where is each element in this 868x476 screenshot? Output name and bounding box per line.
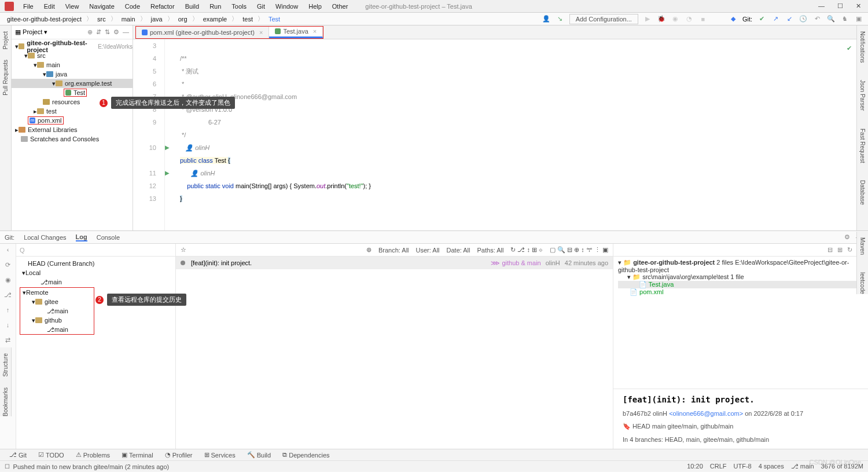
git-update-icon[interactable]: ↙ [785,15,794,23]
bc-2[interactable]: main [119,16,138,23]
bc-5[interactable]: example [201,16,230,23]
menu-other[interactable]: Other [328,2,353,11]
close-icon[interactable]: × [259,29,263,36]
back-icon[interactable]: ‹ [7,246,9,255]
menu-navigate[interactable]: Navigate [84,2,119,11]
git-history-icon[interactable]: 🕓 [799,15,808,23]
menu-view[interactable]: View [61,2,84,11]
hammer-icon[interactable]: ↘ [556,15,565,23]
git-commit-icon[interactable]: ✔ [757,15,766,23]
cherry-pick-icon[interactable]: ◉ [5,276,11,285]
refresh-icon[interactable]: ⟳ [5,261,10,270]
bc-7[interactable]: Test [266,16,282,23]
code-with-me-icon[interactable]: ◆ [729,15,738,23]
hide-icon[interactable]: — [123,28,129,36]
run-class-icon[interactable]: ▶ [165,141,175,154]
menu-help[interactable]: Help [304,2,326,11]
filter-date[interactable]: Date: All [447,247,470,254]
project-tool[interactable]: Project [2,31,9,49]
structure-tool[interactable]: Structure [2,353,9,377]
git-tab-log[interactable]: Log [76,233,87,241]
menu-run[interactable]: Run [205,2,226,11]
close-icon[interactable]: × [313,28,317,35]
pull-icon[interactable]: ↓ [6,321,10,331]
status-pos[interactable]: 10:20 [687,463,703,470]
git-left-toolbar: ‹ ⟳ ◉ ⎇ ↑ ↓ ⇄ ⚙ ▣ [0,244,16,449]
pom-file-highlighted[interactable]: mpom.xml [28,116,64,125]
json-parser-tool[interactable]: Json Parser [859,80,866,111]
locate-icon[interactable]: ⊕ [87,28,93,36]
bc-1[interactable]: src [95,16,108,23]
menu-git[interactable]: Git [252,2,270,11]
menu-code[interactable]: Code [120,2,145,11]
code-editor[interactable]: 3456789 10 111213 ▶ ▶ /** * 测试 * * @auth… [133,39,856,230]
status-encoding[interactable]: UTF-8 [734,463,752,470]
status-indent[interactable]: 4 spaces [759,463,784,470]
maven-tool[interactable]: Maven [859,237,866,255]
menu-window[interactable]: Window [271,2,303,11]
settings-icon[interactable]: ♞ [840,15,849,23]
debug-icon[interactable]: 🐞 [657,15,666,23]
commit-search[interactable]: ☆ [181,246,186,254]
menu-edit[interactable]: Edit [39,2,60,11]
bc-3[interactable]: java [149,16,165,23]
tool-git[interactable]: ⎇ Git [5,451,31,459]
test-file-highlighted[interactable]: Test [64,89,87,97]
git-tab-local[interactable]: Local Changes [24,234,66,241]
filter-regex-icon[interactable]: ⊛ [366,246,372,254]
branch-icon[interactable]: ⎇ [4,291,12,301]
git-tab-console[interactable]: Console [97,234,120,241]
tool-problems[interactable]: ⚠ Problems [71,451,115,459]
push-icon[interactable]: ↑ [6,306,10,316]
diff-icon[interactable]: ⇄ [5,336,10,346]
tool-profiler[interactable]: ◔ Profiler [160,451,197,459]
coverage-icon[interactable]: ◉ [671,15,680,23]
user-icon[interactable]: 👤 [542,15,551,23]
misc-icon[interactable]: ▣ [854,15,863,23]
bc-6[interactable]: test [240,16,255,23]
add-configuration[interactable]: Add Configuration... [569,14,638,24]
collapse-icon[interactable]: ⇅ [105,28,110,36]
maximize-icon[interactable]: ☐ [837,2,843,10]
search-icon[interactable]: 🔍 [826,15,836,23]
tool-build[interactable]: 🔨 Build [242,451,275,459]
inspections-ok-icon[interactable]: ✔ [847,42,852,54]
filter-branch[interactable]: Branch: All [378,247,409,254]
tab-pom[interactable]: pom.xml (gitee-or-github-test-project)× [136,27,269,38]
close-icon[interactable]: ✕ [856,2,861,10]
git-rollback-icon[interactable]: ↶ [812,15,822,23]
panel-settings-icon[interactable]: ⚙ [844,233,850,241]
tool-services[interactable]: ⊞ Services [200,451,240,459]
run-main-icon[interactable]: ▶ [165,167,175,180]
run-icon[interactable]: ▶ [643,15,652,23]
branch-search[interactable]: Q [16,244,175,257]
status-crlf[interactable]: CRLF [710,463,727,470]
menu-build[interactable]: Build [181,2,204,11]
menu-refactor[interactable]: Refactor [146,2,179,11]
profile-icon[interactable]: ◔ [685,15,694,23]
project-tree[interactable]: ▾ gitee-or-github-test-project E:\IdeaWo… [12,39,133,146]
tool-todo[interactable]: ☑ TODO [34,451,69,459]
filter-paths[interactable]: Paths: All [477,247,504,254]
bc-4[interactable]: org [176,16,190,23]
expand-icon[interactable]: ⇵ [96,28,101,36]
bookmarks-tool[interactable]: Bookmarks [2,387,9,416]
menu-file[interactable]: File [19,2,38,11]
tool-terminal[interactable]: ▣ Terminal [117,451,158,459]
minimize-icon[interactable]: — [818,2,825,10]
fast-request-tool[interactable]: Fast Request [859,129,866,163]
bc-0[interactable]: gitee-or-github-test-project [5,16,84,23]
settings-icon[interactable]: ⚙ [113,28,119,36]
database-tool[interactable]: Database [859,180,866,205]
stop-icon[interactable]: ■ [698,16,708,23]
notifications-tool[interactable]: Notifications [859,31,866,63]
project-panel-title: ▦ Project ▾ [15,28,47,36]
tab-test[interactable]: Test.java× [269,27,323,38]
commit-row[interactable]: [feat](init): init project. ⋙ github & m… [176,257,613,269]
menu-tools[interactable]: Tools [227,2,251,11]
pull-requests-tool[interactable]: Pull Requests [2,60,9,96]
tool-deps[interactable]: ⧉ Dependencies [278,451,334,459]
git-push-icon[interactable]: ↗ [771,15,780,23]
leetcode-tool[interactable]: leetcode [859,272,866,294]
filter-user[interactable]: User: All [416,247,440,254]
